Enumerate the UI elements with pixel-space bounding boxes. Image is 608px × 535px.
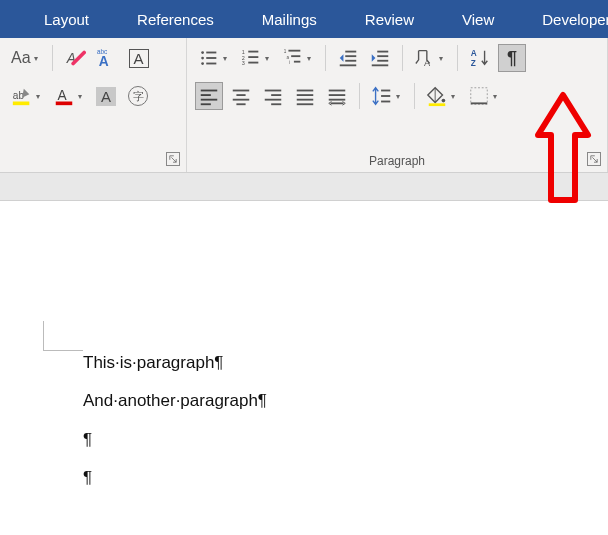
sort-button[interactable]: AZ [466,44,494,72]
svg-rect-46 [265,99,282,101]
character-border-button[interactable]: A [125,44,153,72]
shading-button[interactable]: ▾ [423,82,461,110]
svg-rect-45 [271,94,281,96]
svg-rect-29 [377,51,388,53]
paragraph-line[interactable]: And·another·paragraph¶ [83,391,267,411]
svg-rect-47 [271,103,281,105]
svg-rect-52 [329,90,346,92]
svg-point-9 [201,57,204,60]
dropdown-icon: ▾ [75,92,85,101]
svg-rect-12 [206,63,216,65]
launcher-icon [590,155,598,163]
dropdown-icon: ▾ [31,54,41,63]
align-center-icon [230,85,252,107]
svg-rect-55 [331,102,344,104]
ruler-area [0,173,608,201]
character-shading-button[interactable]: A [92,82,120,110]
tab-developer[interactable]: Developer [518,0,608,38]
clear-formatting-button[interactable]: A [61,44,89,72]
align-right-button[interactable] [259,82,287,110]
phonetic-guide-icon: abcA [96,47,118,69]
svg-rect-16 [248,56,258,58]
bullets-icon [198,47,220,69]
highlight-icon: ab [11,85,33,107]
svg-rect-32 [372,64,389,66]
svg-rect-31 [377,60,388,62]
tab-review[interactable]: Review [341,0,438,38]
svg-rect-40 [233,90,250,92]
svg-point-11 [201,62,204,65]
svg-rect-57 [381,95,390,97]
svg-rect-10 [206,57,216,59]
group-label-paragraph: Paragraph [187,154,607,168]
separator [457,45,458,71]
svg-rect-58 [381,101,390,103]
font-color-button[interactable]: A ▾ [50,82,88,110]
separator [359,83,360,109]
separator [325,45,326,71]
tab-references[interactable]: References [113,0,238,38]
show-hide-paragraph-marks-button[interactable]: ¶ [498,44,526,72]
justify-button[interactable] [291,82,319,110]
change-case-icon: Aa [11,49,31,67]
numbering-button[interactable]: 123 ▾ [237,44,275,72]
distributed-button[interactable] [323,82,351,110]
svg-rect-51 [297,103,314,105]
phonetic-guide-button[interactable]: abcA [93,44,121,72]
tab-view[interactable]: View [438,0,518,38]
tab-mailings[interactable]: Mailings [238,0,341,38]
highlight-color-button[interactable]: ab ▾ [8,82,46,110]
svg-rect-61 [471,88,488,105]
svg-text:A: A [471,49,477,58]
change-case-button[interactable]: Aa ▾ [8,44,44,72]
separator [414,83,415,109]
increase-indent-icon [369,47,391,69]
sort-icon: AZ [469,47,491,69]
multilevel-list-button[interactable]: 1ai ▾ [279,44,317,72]
align-left-icon [198,85,220,107]
ribbon: Aa ▾ A abcA A ab ▾ [0,38,608,173]
line-spacing-button[interactable]: ▾ [368,82,406,110]
svg-rect-50 [297,99,314,101]
borders-button[interactable]: ▾ [465,82,503,110]
decrease-indent-button[interactable] [334,44,362,72]
decrease-indent-icon [337,47,359,69]
svg-rect-27 [345,60,356,62]
svg-rect-26 [345,55,356,57]
document-body[interactable]: This·is·paragraph¶ And·another·paragraph… [83,353,267,507]
svg-text:A: A [98,54,108,69]
dropdown-icon: ▾ [220,54,230,63]
align-left-button[interactable] [195,82,223,110]
enclose-characters-icon: 字 [128,86,148,106]
svg-rect-8 [206,52,216,54]
svg-point-59 [442,99,446,103]
svg-text:i: i [289,60,290,65]
align-center-button[interactable] [227,82,255,110]
svg-rect-41 [236,94,245,96]
borders-icon [468,85,490,107]
dropdown-icon: ▾ [304,54,314,63]
multilevel-list-icon: 1ai [282,47,304,69]
svg-rect-24 [294,61,300,63]
paragraph-line[interactable]: This·is·paragraph¶ [83,353,267,373]
svg-rect-56 [381,90,390,92]
svg-rect-37 [201,94,211,96]
svg-point-7 [201,51,204,54]
asian-layout-button[interactable]: A ▾ [411,44,449,72]
enclose-characters-button[interactable]: 字 [124,82,152,110]
font-group-launcher[interactable] [166,152,180,166]
increase-indent-button[interactable] [366,44,394,72]
tab-layout[interactable]: Layout [20,0,113,38]
paragraph-group-launcher[interactable] [587,152,601,166]
svg-rect-25 [345,51,356,53]
svg-rect-18 [248,62,258,64]
svg-rect-53 [329,94,346,96]
paragraph-line[interactable]: ¶ [83,468,267,488]
paragraph-line[interactable]: ¶ [83,430,267,450]
document-area[interactable]: This·is·paragraph¶ And·another·paragraph… [0,201,608,535]
bullets-button[interactable]: ▾ [195,44,233,72]
svg-rect-36 [201,90,218,92]
svg-text:A: A [424,58,431,68]
svg-rect-43 [236,103,245,105]
dropdown-icon: ▾ [436,54,446,63]
